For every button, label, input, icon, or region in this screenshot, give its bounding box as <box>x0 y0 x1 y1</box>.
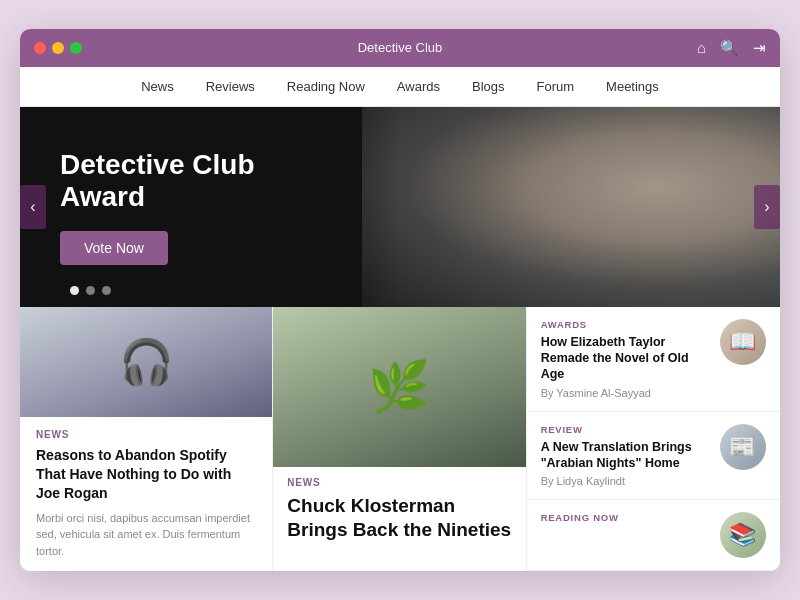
vote-now-button[interactable]: Vote Now <box>60 231 168 265</box>
sidebar-thumb-1: 📖 <box>720 319 766 365</box>
sidebar-thumb-3: 📚 <box>720 512 766 558</box>
sidebar-item-3[interactable]: READING NOW 📚 <box>527 500 780 571</box>
nav-item-news[interactable]: News <box>127 75 188 98</box>
hero-next-button[interactable]: › <box>754 185 780 229</box>
nav-item-forum[interactable]: Forum <box>523 75 589 98</box>
card-left-image: 🎧 <box>20 307 272 417</box>
hero-dot-3[interactable] <box>102 286 111 295</box>
hero-dots <box>70 286 111 295</box>
nav-item-meetings[interactable]: Meetings <box>592 75 673 98</box>
card-left-excerpt: Morbi orci nisi, dapibus accumsan imperd… <box>36 510 256 560</box>
page-title: Detective Club <box>358 40 443 55</box>
card-left-tag: NEWS <box>36 429 256 440</box>
sidebar-item-1-text: AWARDS How Elizabeth Taylor Remade the N… <box>541 319 710 399</box>
headphones-image: 🎧 <box>20 307 272 417</box>
nav-item-blogs[interactable]: Blogs <box>458 75 519 98</box>
maximize-button[interactable] <box>70 42 82 54</box>
card-left-body: NEWS Reasons to Abandon Spotify That Hav… <box>20 417 272 559</box>
sidebar-tag-1: AWARDS <box>541 319 710 330</box>
home-icon[interactable]: ⌂ <box>697 39 706 57</box>
traffic-lights <box>34 42 82 54</box>
card-left: 🎧 NEWS Reasons to Abandon Spotify That H… <box>20 307 273 571</box>
sidebar-author-2: By Lidya Kaylindt <box>541 475 710 487</box>
signin-icon[interactable]: ⇥ <box>753 39 766 57</box>
hero-background <box>362 107 780 307</box>
card-middle-tag: NEWS <box>287 477 511 488</box>
card-middle-image: 🌿 <box>273 307 525 467</box>
sidebar-title-1: How Elizabeth Taylor Remade the Novel of… <box>541 334 710 383</box>
sidebar-item-2-text: REVIEW A New Translation Brings "Arabian… <box>541 424 710 488</box>
card-middle-body: NEWS Chuck Klosterman Brings Back the Ni… <box>273 467 525 542</box>
sidebar-author-1: By Yasmine Al-Sayyad <box>541 387 710 399</box>
title-bar-icons: ⌂ 🔍 ⇥ <box>697 39 766 57</box>
sidebar-item-1[interactable]: AWARDS How Elizabeth Taylor Remade the N… <box>527 307 780 412</box>
sidebar-title-2: A New Translation Brings "Arabian Nights… <box>541 439 710 472</box>
card-middle: 🌿 NEWS Chuck Klosterman Brings Back the … <box>273 307 526 571</box>
sidebar-item-2[interactable]: REVIEW A New Translation Brings "Arabian… <box>527 412 780 501</box>
close-button[interactable] <box>34 42 46 54</box>
hero-dot-1[interactable] <box>70 286 79 295</box>
main-content-grid: 🎧 NEWS Reasons to Abandon Spotify That H… <box>20 307 780 571</box>
search-icon[interactable]: 🔍 <box>720 39 739 57</box>
card-left-title[interactable]: Reasons to Abandon Spotify That Have Not… <box>36 446 256 503</box>
sidebar-item-3-text: READING NOW <box>541 512 710 527</box>
hero-image <box>362 107 780 307</box>
hero-title: Detective Club Award <box>60 149 320 213</box>
hero-banner: Detective Club Award Vote Now ‹ › <box>20 107 780 307</box>
sidebar-tag-2: REVIEW <box>541 424 710 435</box>
card-right-sidebar: AWARDS How Elizabeth Taylor Remade the N… <box>527 307 780 571</box>
nav-item-awards[interactable]: Awards <box>383 75 454 98</box>
sidebar-thumb-2: 📰 <box>720 424 766 470</box>
nav-item-reviews[interactable]: Reviews <box>192 75 269 98</box>
minimize-button[interactable] <box>52 42 64 54</box>
nav-item-reading-now[interactable]: Reading Now <box>273 75 379 98</box>
nav-bar: NewsReviewsReading NowAwardsBlogsForumMe… <box>20 67 780 107</box>
sidebar-tag-3: READING NOW <box>541 512 710 523</box>
hero-dot-2[interactable] <box>86 286 95 295</box>
title-bar: Detective Club ⌂ 🔍 ⇥ <box>20 29 780 67</box>
hero-prev-button[interactable]: ‹ <box>20 185 46 229</box>
card-middle-title[interactable]: Chuck Klosterman Brings Back the Ninetie… <box>287 494 511 542</box>
hero-content: Detective Club Award Vote Now <box>20 149 360 265</box>
browser-window: Detective Club ⌂ 🔍 ⇥ NewsReviewsReading … <box>20 29 780 571</box>
